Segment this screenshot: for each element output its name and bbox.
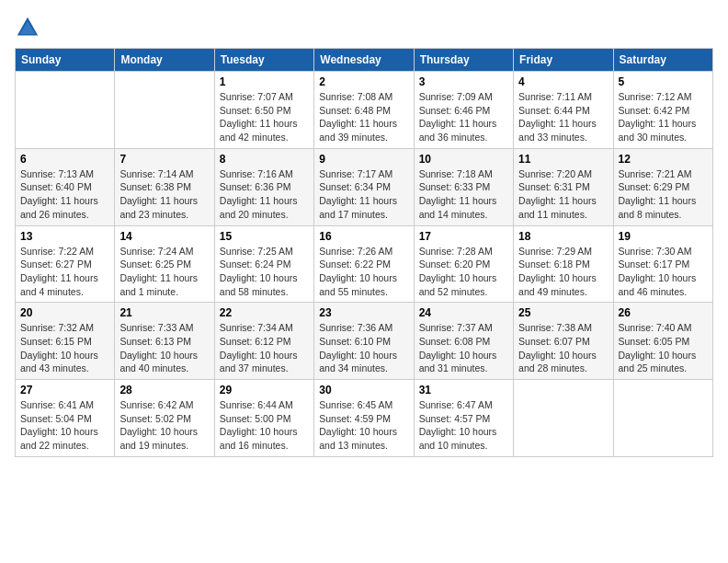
day-number: 30 bbox=[319, 384, 408, 396]
day-info: Sunrise: 7:32 AM Sunset: 6:15 PM Dayligh… bbox=[20, 321, 109, 375]
day-info: Sunrise: 6:45 AM Sunset: 4:59 PM Dayligh… bbox=[319, 398, 408, 453]
calendar-cell: 6Sunrise: 7:13 AM Sunset: 6:40 PM Daylig… bbox=[16, 148, 115, 225]
day-number: 16 bbox=[319, 230, 408, 243]
calendar-cell: 8Sunrise: 7:16 AM Sunset: 6:36 PM Daylig… bbox=[214, 148, 313, 225]
column-header-friday: Friday bbox=[514, 49, 613, 72]
calendar-cell: 3Sunrise: 7:09 AM Sunset: 6:46 PM Daylig… bbox=[414, 72, 513, 149]
day-info: Sunrise: 7:18 AM Sunset: 6:33 PM Dayligh… bbox=[419, 167, 508, 222]
day-info: Sunrise: 7:17 AM Sunset: 6:34 PM Dayligh… bbox=[319, 167, 408, 222]
day-info: Sunrise: 7:22 AM Sunset: 6:27 PM Dayligh… bbox=[20, 245, 109, 299]
day-number: 21 bbox=[119, 306, 209, 319]
day-info: Sunrise: 7:20 AM Sunset: 6:31 PM Dayligh… bbox=[518, 167, 608, 222]
calendar-cell: 13Sunrise: 7:22 AM Sunset: 6:27 PM Dayli… bbox=[16, 225, 115, 303]
calendar-cell bbox=[613, 380, 712, 457]
day-info: Sunrise: 7:12 AM Sunset: 6:42 PM Dayligh… bbox=[619, 90, 708, 144]
column-header-wednesday: Wednesday bbox=[314, 49, 414, 72]
day-number: 19 bbox=[619, 230, 708, 243]
day-number: 11 bbox=[518, 153, 608, 166]
day-info: Sunrise: 7:09 AM Sunset: 6:46 PM Dayligh… bbox=[419, 90, 508, 144]
day-info: Sunrise: 7:07 AM Sunset: 6:50 PM Dayligh… bbox=[220, 90, 309, 144]
column-header-thursday: Thursday bbox=[414, 49, 513, 72]
day-number: 20 bbox=[20, 306, 109, 319]
day-number: 6 bbox=[20, 153, 109, 166]
day-info: Sunrise: 7:40 AM Sunset: 6:05 PM Dayligh… bbox=[619, 321, 708, 375]
day-number: 13 bbox=[20, 230, 109, 243]
day-number: 10 bbox=[419, 153, 508, 166]
calendar-cell: 15Sunrise: 7:25 AM Sunset: 6:24 PM Dayli… bbox=[214, 225, 313, 303]
calendar-cell: 30Sunrise: 6:45 AM Sunset: 4:59 PM Dayli… bbox=[314, 380, 414, 457]
calendar-cell bbox=[115, 72, 214, 149]
day-info: Sunrise: 7:08 AM Sunset: 6:48 PM Dayligh… bbox=[319, 90, 408, 144]
calendar-cell: 2Sunrise: 7:08 AM Sunset: 6:48 PM Daylig… bbox=[314, 72, 414, 149]
day-number: 15 bbox=[220, 230, 309, 243]
logo-icon bbox=[15, 15, 40, 40]
day-info: Sunrise: 7:33 AM Sunset: 6:13 PM Dayligh… bbox=[119, 321, 209, 375]
day-number: 18 bbox=[518, 230, 608, 243]
column-header-tuesday: Tuesday bbox=[214, 49, 313, 72]
calendar-cell: 7Sunrise: 7:14 AM Sunset: 6:38 PM Daylig… bbox=[115, 148, 214, 225]
day-info: Sunrise: 7:21 AM Sunset: 6:29 PM Dayligh… bbox=[619, 167, 708, 222]
calendar-cell: 21Sunrise: 7:33 AM Sunset: 6:13 PM Dayli… bbox=[115, 303, 214, 380]
calendar-cell: 1Sunrise: 7:07 AM Sunset: 6:50 PM Daylig… bbox=[214, 72, 313, 149]
day-number: 3 bbox=[419, 75, 508, 88]
day-number: 1 bbox=[220, 75, 309, 88]
calendar-cell: 24Sunrise: 7:37 AM Sunset: 6:08 PM Dayli… bbox=[414, 303, 513, 380]
page-header bbox=[15, 15, 713, 40]
calendar-cell: 9Sunrise: 7:17 AM Sunset: 6:34 PM Daylig… bbox=[314, 148, 414, 225]
calendar-cell: 26Sunrise: 7:40 AM Sunset: 6:05 PM Dayli… bbox=[613, 303, 712, 380]
day-number: 24 bbox=[419, 306, 508, 319]
calendar-cell: 16Sunrise: 7:26 AM Sunset: 6:22 PM Dayli… bbox=[314, 225, 414, 303]
day-info: Sunrise: 6:47 AM Sunset: 4:57 PM Dayligh… bbox=[419, 398, 508, 453]
column-header-monday: Monday bbox=[115, 49, 214, 72]
day-info: Sunrise: 7:14 AM Sunset: 6:38 PM Dayligh… bbox=[119, 167, 209, 222]
day-number: 31 bbox=[419, 384, 508, 396]
day-info: Sunrise: 7:28 AM Sunset: 6:20 PM Dayligh… bbox=[419, 245, 508, 299]
calendar-cell: 27Sunrise: 6:41 AM Sunset: 5:04 PM Dayli… bbox=[16, 380, 115, 457]
calendar-cell: 20Sunrise: 7:32 AM Sunset: 6:15 PM Dayli… bbox=[16, 303, 115, 380]
day-info: Sunrise: 7:26 AM Sunset: 6:22 PM Dayligh… bbox=[319, 245, 408, 299]
day-info: Sunrise: 7:25 AM Sunset: 6:24 PM Dayligh… bbox=[220, 245, 309, 299]
day-number: 29 bbox=[220, 384, 309, 396]
day-info: Sunrise: 7:24 AM Sunset: 6:25 PM Dayligh… bbox=[119, 245, 209, 299]
day-number: 2 bbox=[319, 75, 408, 88]
calendar-cell bbox=[514, 380, 613, 457]
calendar-cell: 31Sunrise: 6:47 AM Sunset: 4:57 PM Dayli… bbox=[414, 380, 513, 457]
day-info: Sunrise: 7:29 AM Sunset: 6:18 PM Dayligh… bbox=[518, 245, 608, 299]
day-info: Sunrise: 7:38 AM Sunset: 6:07 PM Dayligh… bbox=[518, 321, 608, 375]
calendar-cell: 14Sunrise: 7:24 AM Sunset: 6:25 PM Dayli… bbox=[115, 225, 214, 303]
day-number: 28 bbox=[119, 384, 209, 396]
day-info: Sunrise: 7:34 AM Sunset: 6:12 PM Dayligh… bbox=[220, 321, 309, 375]
day-number: 26 bbox=[619, 306, 708, 319]
day-info: Sunrise: 7:13 AM Sunset: 6:40 PM Dayligh… bbox=[20, 167, 109, 222]
day-info: Sunrise: 7:30 AM Sunset: 6:17 PM Dayligh… bbox=[619, 245, 708, 299]
calendar-cell: 19Sunrise: 7:30 AM Sunset: 6:17 PM Dayli… bbox=[613, 225, 712, 303]
day-number: 23 bbox=[319, 306, 408, 319]
day-number: 17 bbox=[419, 230, 508, 243]
calendar-cell: 17Sunrise: 7:28 AM Sunset: 6:20 PM Dayli… bbox=[414, 225, 513, 303]
logo bbox=[15, 15, 44, 40]
calendar-week-row: 1Sunrise: 7:07 AM Sunset: 6:50 PM Daylig… bbox=[16, 72, 713, 149]
calendar-table: SundayMondayTuesdayWednesdayThursdayFrid… bbox=[15, 48, 713, 457]
day-number: 12 bbox=[619, 153, 708, 166]
day-number: 25 bbox=[518, 306, 608, 319]
day-number: 4 bbox=[518, 75, 608, 88]
calendar-cell bbox=[16, 72, 115, 149]
day-number: 7 bbox=[119, 153, 209, 166]
day-info: Sunrise: 6:41 AM Sunset: 5:04 PM Dayligh… bbox=[20, 398, 109, 453]
calendar-cell: 4Sunrise: 7:11 AM Sunset: 6:44 PM Daylig… bbox=[514, 72, 613, 149]
calendar-cell: 22Sunrise: 7:34 AM Sunset: 6:12 PM Dayli… bbox=[214, 303, 313, 380]
calendar-cell: 10Sunrise: 7:18 AM Sunset: 6:33 PM Dayli… bbox=[414, 148, 513, 225]
calendar-header-row: SundayMondayTuesdayWednesdayThursdayFrid… bbox=[16, 49, 713, 72]
day-number: 5 bbox=[619, 75, 708, 88]
day-number: 14 bbox=[119, 230, 209, 243]
calendar-cell: 28Sunrise: 6:42 AM Sunset: 5:02 PM Dayli… bbox=[115, 380, 214, 457]
calendar-cell: 12Sunrise: 7:21 AM Sunset: 6:29 PM Dayli… bbox=[613, 148, 712, 225]
calendar-cell: 18Sunrise: 7:29 AM Sunset: 6:18 PM Dayli… bbox=[514, 225, 613, 303]
day-info: Sunrise: 7:11 AM Sunset: 6:44 PM Dayligh… bbox=[518, 90, 608, 144]
calendar-week-row: 20Sunrise: 7:32 AM Sunset: 6:15 PM Dayli… bbox=[16, 303, 713, 380]
calendar-cell: 29Sunrise: 6:44 AM Sunset: 5:00 PM Dayli… bbox=[214, 380, 313, 457]
day-number: 22 bbox=[220, 306, 309, 319]
calendar-cell: 11Sunrise: 7:20 AM Sunset: 6:31 PM Dayli… bbox=[514, 148, 613, 225]
day-info: Sunrise: 7:36 AM Sunset: 6:10 PM Dayligh… bbox=[319, 321, 408, 375]
calendar-week-row: 6Sunrise: 7:13 AM Sunset: 6:40 PM Daylig… bbox=[16, 148, 713, 225]
